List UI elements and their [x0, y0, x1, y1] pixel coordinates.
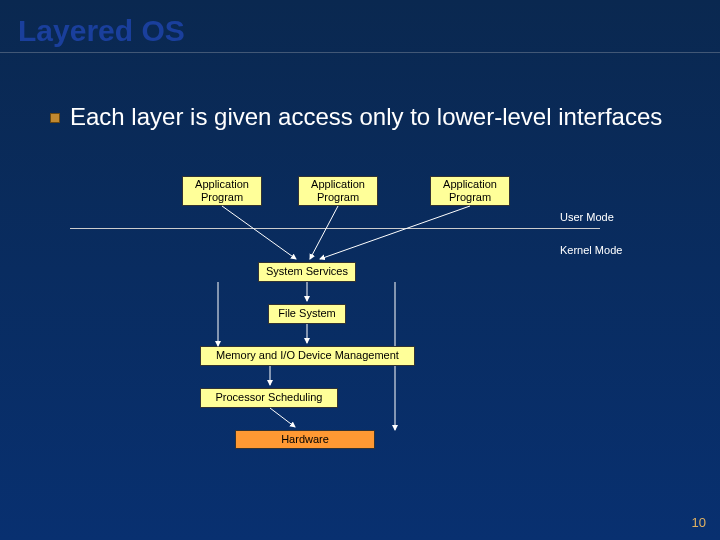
bullet-text: Each layer is given access only to lower…: [70, 103, 662, 131]
svg-line-6: [270, 408, 295, 427]
app-program-box-3: Application Program: [430, 176, 510, 206]
user-mode-label: User Mode: [560, 211, 614, 223]
svg-line-0: [222, 206, 296, 259]
kernel-mode-label: Kernel Mode: [560, 244, 622, 256]
mode-divider-line: [70, 228, 600, 229]
system-services-box: System Services: [258, 262, 356, 282]
svg-line-2: [320, 206, 470, 259]
svg-line-1: [310, 206, 338, 259]
app-program-box-2: Application Program: [298, 176, 378, 206]
hardware-box: Hardware: [235, 430, 375, 449]
slide-title: Layered OS: [0, 0, 720, 53]
slide-number: 10: [692, 515, 706, 530]
app-program-box-1: Application Program: [182, 176, 262, 206]
file-system-box: File System: [268, 304, 346, 324]
bullet-item: Each layer is given access only to lower…: [0, 103, 720, 131]
processor-scheduling-box: Processor Scheduling: [200, 388, 338, 408]
memory-io-box: Memory and I/O Device Management: [200, 346, 415, 366]
layered-diagram: Application Program Application Program …: [0, 176, 720, 476]
bullet-icon: [50, 113, 60, 123]
